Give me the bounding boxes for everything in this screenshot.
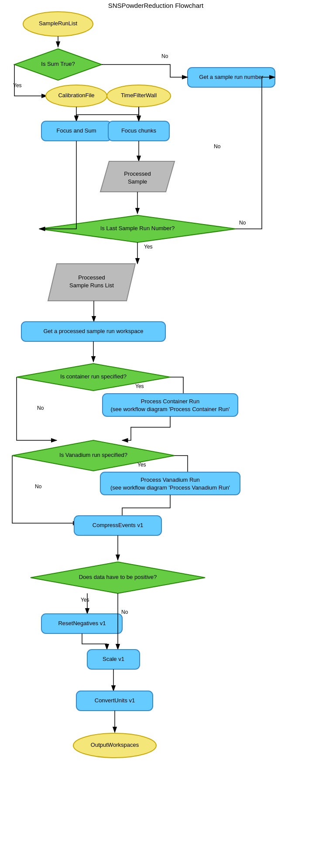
node-timefilterwall-label: TimeFilterWall [121, 92, 157, 99]
node-processedsample-label2: Sample [128, 178, 147, 185]
node-islastsample-label: Is Last Sample Run Number? [100, 225, 175, 231]
label-no4: No [37, 405, 44, 411]
node-processvanadiumrun-label2: (see workflow diagram 'Process Vanadium … [110, 484, 230, 491]
node-processvanadiumrun [100, 472, 240, 495]
node-processedsample-label1: Processed [124, 170, 151, 177]
label-yes4: Yes [137, 462, 146, 468]
node-doesdatahavetobepositive-label: Does data have to be positive? [79, 574, 157, 580]
label-no3: No [239, 220, 246, 226]
node-convertunits-label: ConvertUnits v1 [95, 697, 135, 704]
node-getsamplerun-label: Get a sample run number [199, 74, 264, 80]
label-no5: No [35, 483, 42, 490]
node-iscontainerrun-label: Is container run specified? [60, 373, 127, 380]
label-yes3: Yes [135, 383, 144, 389]
node-processcontainerrun-label1: Process Container Run [141, 398, 199, 405]
label-no1: No [161, 53, 168, 59]
node-processvanadiumrun-label1: Process Vanadium Run [141, 477, 200, 483]
node-resetnegatives-label: ResetNegatives v1 [58, 620, 106, 626]
node-outputworkspaces-label: OutputWorkspaces [91, 742, 139, 748]
label-no2: No [214, 143, 221, 150]
node-issumtrue-label: Is Sum True? [41, 61, 75, 67]
node-isvanadiumrun-label: Is Vanadium run specified? [59, 452, 127, 458]
node-processcontainerrun [103, 394, 238, 416]
node-processedsamplerunslist-label2: Sample Runs List [69, 282, 114, 289]
node-samplerunlist-label: SampleRunList [39, 20, 78, 27]
label-no6: No [121, 609, 128, 615]
node-focusandsum-label: Focus and Sum [56, 127, 96, 134]
node-processedsamplerunslist-label1: Processed [78, 274, 105, 281]
node-calibrationfile-label: CalibrationFile [58, 92, 94, 99]
label-yes5: Yes [81, 597, 89, 603]
node-compressevents-label: CompressEvents v1 [93, 522, 143, 528]
node-focuschunks-label: Focus chunks [121, 127, 157, 134]
node-scale-label: Scale v1 [103, 656, 124, 662]
node-processcontainerrun-label2: (see workflow diagram 'Process Container… [110, 406, 230, 412]
flowchart: SNSPowderReduction Flowchart SampleRunLi… [0, 0, 312, 868]
node-getprocessedsample-label: Get a processed sample run workspace [43, 328, 143, 334]
flowchart-title: SNSPowderReduction Flowchart [108, 2, 204, 9]
label-yes2: Yes [144, 244, 153, 250]
